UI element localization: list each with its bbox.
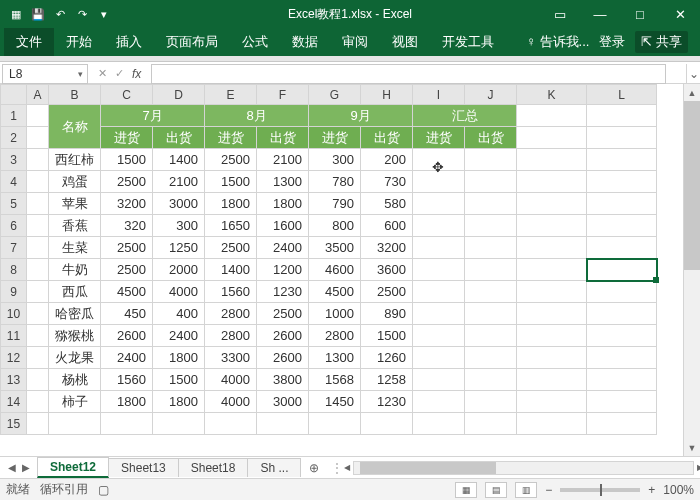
cell[interactable] — [27, 413, 49, 435]
cell-value[interactable]: 1800 — [153, 347, 205, 369]
cell-value[interactable]: 4000 — [153, 281, 205, 303]
cell[interactable] — [465, 347, 517, 369]
column-header[interactable]: H — [361, 85, 413, 105]
zoom-slider[interactable] — [560, 488, 640, 492]
row-header[interactable]: 10 — [1, 303, 27, 325]
cell-value[interactable]: 1400 — [205, 259, 257, 281]
cell-value[interactable]: 4600 — [309, 259, 361, 281]
cell[interactable] — [27, 369, 49, 391]
zoom-level[interactable]: 100% — [663, 483, 694, 497]
cell[interactable] — [517, 259, 587, 281]
scroll-down-icon[interactable]: ▼ — [684, 439, 700, 456]
cell[interactable] — [517, 303, 587, 325]
cell[interactable] — [413, 413, 465, 435]
add-sheet-button[interactable]: ⊕ — [301, 461, 327, 475]
cell-value[interactable]: 890 — [361, 303, 413, 325]
tell-me[interactable]: ♀ 告诉我... — [526, 33, 589, 51]
header-month[interactable]: 8月 — [205, 105, 309, 127]
cell-value[interactable]: 2100 — [153, 171, 205, 193]
cell-value[interactable]: 1560 — [101, 369, 153, 391]
cell-value[interactable]: 3200 — [361, 237, 413, 259]
column-header[interactable]: K — [517, 85, 587, 105]
cell-value[interactable]: 790 — [309, 193, 361, 215]
cell-value[interactable]: 2500 — [101, 259, 153, 281]
share-button[interactable]: ⇱ 共享 — [635, 31, 688, 53]
cell[interactable] — [587, 127, 657, 149]
sheet-tab[interactable]: Sheet18 — [178, 458, 249, 477]
cell-value[interactable]: 2400 — [257, 237, 309, 259]
cell[interactable] — [587, 369, 657, 391]
row-header[interactable]: 6 — [1, 215, 27, 237]
cell-value[interactable]: 4000 — [205, 369, 257, 391]
qat-dropdown-icon[interactable]: ▾ — [96, 6, 112, 22]
cell-value[interactable]: 2000 — [153, 259, 205, 281]
sheet-tab[interactable]: Sheet13 — [108, 458, 179, 477]
zoom-out-button[interactable]: − — [545, 483, 552, 497]
scroll-right-icon[interactable]: ▶ — [693, 462, 700, 474]
scroll-left-icon[interactable]: ◀ — [340, 462, 354, 474]
header-in[interactable]: 进货 — [413, 127, 465, 149]
cell[interactable] — [465, 325, 517, 347]
column-header[interactable]: B — [49, 85, 101, 105]
cell[interactable] — [517, 105, 587, 127]
cell[interactable] — [361, 413, 413, 435]
header-month[interactable]: 7月 — [101, 105, 205, 127]
row-header[interactable]: 2 — [1, 127, 27, 149]
cell-name[interactable]: 生菜 — [49, 237, 101, 259]
cell[interactable] — [27, 193, 49, 215]
worksheet-grid[interactable]: ABCDEFGHIJKL1名称7月8月9月汇总2进货出货进货出货进货出货进货出货… — [0, 84, 683, 456]
cell[interactable] — [27, 391, 49, 413]
cell[interactable] — [465, 391, 517, 413]
cell-value[interactable]: 1568 — [309, 369, 361, 391]
cell[interactable] — [413, 347, 465, 369]
cell-name[interactable]: 香蕉 — [49, 215, 101, 237]
header-summary[interactable]: 汇总 — [413, 105, 517, 127]
cell-value[interactable]: 3300 — [205, 347, 257, 369]
column-header[interactable]: I — [413, 85, 465, 105]
cell-value[interactable]: 2800 — [309, 325, 361, 347]
cell[interactable] — [27, 171, 49, 193]
cell[interactable] — [587, 325, 657, 347]
cell[interactable] — [153, 413, 205, 435]
cell[interactable] — [27, 127, 49, 149]
cell[interactable] — [27, 325, 49, 347]
cell-value[interactable]: 1450 — [309, 391, 361, 413]
cell-value[interactable]: 600 — [361, 215, 413, 237]
cell-value[interactable]: 1258 — [361, 369, 413, 391]
row-header[interactable]: 13 — [1, 369, 27, 391]
cell[interactable] — [465, 259, 517, 281]
cell[interactable] — [587, 391, 657, 413]
tab-layout[interactable]: 页面布局 — [154, 28, 230, 56]
tab-view[interactable]: 视图 — [380, 28, 430, 56]
formula-bar[interactable] — [151, 64, 666, 84]
cell-value[interactable]: 780 — [309, 171, 361, 193]
header-out[interactable]: 出货 — [465, 127, 517, 149]
header-out[interactable]: 出货 — [361, 127, 413, 149]
cell-value[interactable]: 2500 — [257, 303, 309, 325]
cell[interactable] — [413, 369, 465, 391]
row-header[interactable]: 5 — [1, 193, 27, 215]
column-header[interactable]: L — [587, 85, 657, 105]
cell[interactable] — [517, 149, 587, 171]
maximize-button[interactable]: □ — [620, 0, 660, 28]
cell-value[interactable]: 1650 — [205, 215, 257, 237]
cell-value[interactable]: 4500 — [309, 281, 361, 303]
undo-icon[interactable]: ↶ — [52, 6, 68, 22]
row-header[interactable]: 3 — [1, 149, 27, 171]
cell[interactable] — [27, 303, 49, 325]
column-header[interactable]: F — [257, 85, 309, 105]
tab-developer[interactable]: 开发工具 — [430, 28, 506, 56]
cell[interactable] — [27, 215, 49, 237]
cell-name[interactable]: 杨桃 — [49, 369, 101, 391]
cell[interactable] — [413, 171, 465, 193]
cell[interactable] — [587, 105, 657, 127]
row-header[interactable]: 12 — [1, 347, 27, 369]
cell-value[interactable]: 2800 — [205, 303, 257, 325]
row-header[interactable]: 7 — [1, 237, 27, 259]
horizontal-scrollbar[interactable]: ◀ ▶ — [353, 461, 694, 475]
view-layout-icon[interactable]: ▤ — [485, 482, 507, 498]
cell[interactable] — [587, 149, 657, 171]
cell[interactable] — [465, 193, 517, 215]
cell[interactable] — [517, 215, 587, 237]
cell-value[interactable]: 2500 — [101, 237, 153, 259]
